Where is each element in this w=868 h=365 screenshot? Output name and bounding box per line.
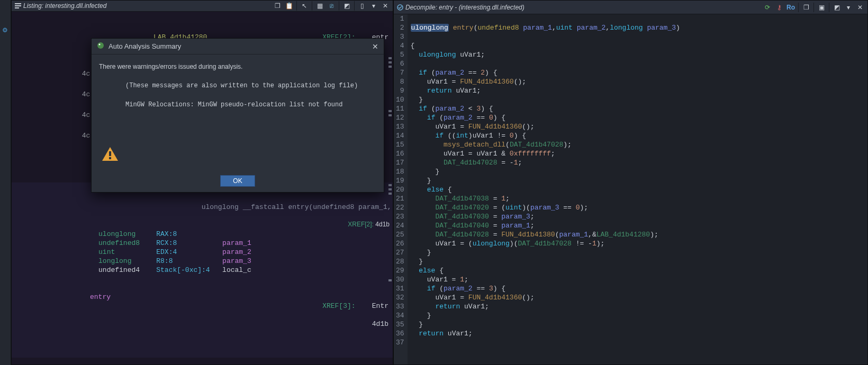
decompile-body[interactable]: 1234567891011121314151617181920212223242… <box>394 14 867 364</box>
listing-icon <box>14 2 22 10</box>
code-line[interactable]: } <box>411 311 864 320</box>
code-line[interactable]: DAT_4d1b47030 = param_3; <box>411 212 864 221</box>
code-line[interactable] <box>411 32 864 41</box>
code-line[interactable]: uVar1 = (ulonglong)(DAT_4d1b47028 != -1)… <box>411 239 864 248</box>
svg-point-4 <box>99 44 101 45</box>
code-line[interactable]: } <box>411 257 864 266</box>
code-line[interactable]: if ((int)uVar1 != 0) { <box>411 131 864 140</box>
ok-button[interactable]: OK <box>220 175 255 187</box>
listing-title: Listing: interesting.dll.infected <box>23 2 271 10</box>
refresh-icon[interactable]: ⟳ <box>762 2 773 13</box>
xref-target-3: Entr <box>372 302 388 310</box>
code-line[interactable]: } <box>411 95 864 104</box>
cursor-icon[interactable]: ↖ <box>299 1 310 11</box>
param-row: ulonglong RAX:8 <box>12 230 393 239</box>
code-line[interactable]: ulonglong entry(undefined8 param_1,uint … <box>411 23 864 32</box>
listing-pane: Listing: interesting.dll.infected ❐ 📋 ↖ … <box>11 0 393 365</box>
code-line[interactable]: return uVar1; <box>411 329 864 338</box>
code-line[interactable] <box>411 338 864 347</box>
menu-dropdown[interactable]: ▾ <box>843 2 854 13</box>
entry-label: entry <box>16 293 111 337</box>
listing-titlebar: Listing: interesting.dll.infected ❐ 📋 ↖ … <box>12 1 393 12</box>
listing-body[interactable]: LAB_4d1b41280 XREF[2]: entr 4c 4c 4c 4c … <box>12 12 393 364</box>
dialog-line-3: MinGW Relocations: MinGW pseudo-relocati… <box>99 100 376 110</box>
entry-signature: ulonglong __fastcall entry(undefined8 pa… <box>128 203 393 211</box>
dialog-line-1: There were warnings/errors issued during… <box>99 62 376 71</box>
left-gutter: ⚙ <box>0 0 11 365</box>
code-line[interactable]: } <box>411 320 864 329</box>
dialog-line-2: (These messages are also written to the … <box>99 81 376 90</box>
code-line[interactable]: DAT_4d1b47038 = 1; <box>411 194 864 203</box>
panel-icon[interactable]: ▯ <box>357 1 367 11</box>
ro-label[interactable]: Ro <box>785 2 796 13</box>
svg-rect-0 <box>15 3 21 4</box>
code-line[interactable]: { <box>411 41 864 50</box>
code-line[interactable]: else { <box>411 266 864 275</box>
svg-rect-1 <box>15 5 21 6</box>
camera-icon[interactable]: ◩ <box>341 1 352 11</box>
param-row: undefined4 Stack[-0xc]:4 local_c <box>12 266 393 275</box>
code-line[interactable]: DAT_4d1b47020 = (uint)(param_3 == 0); <box>411 203 864 212</box>
code-line[interactable]: msys_detach_dll(DAT_4d1b47028); <box>411 140 864 149</box>
code-line[interactable]: DAT_4d1b47028 = FUN_4d1b41380(param_1,&L… <box>411 230 864 239</box>
dialog-title: Auto Analysis Summary <box>108 42 372 50</box>
code-line[interactable]: else { <box>411 185 864 194</box>
decompile-icon <box>396 3 404 12</box>
decompile-pane: Decompile: entry - (interesting.dll.infe… <box>393 0 868 365</box>
xref-label-3: XREF[3]: <box>322 302 355 310</box>
svg-rect-2 <box>15 7 19 8</box>
param-row: uint EDX:4 param_2 <box>12 248 393 257</box>
code-line[interactable]: return uVar1; <box>411 302 864 311</box>
graph-icon[interactable]: ⚷ <box>774 2 784 13</box>
code-line[interactable]: ulonglong uVar1; <box>411 50 864 59</box>
param-row: undefined8 RCX:8 param_1 <box>12 239 393 248</box>
code-line[interactable]: uVar1 = 1; <box>411 275 864 284</box>
ghidra-icon <box>97 42 104 51</box>
code-line[interactable]: } <box>411 248 864 257</box>
code-line[interactable]: } <box>411 167 864 176</box>
toggle-2-icon[interactable]: ⎚ <box>326 1 337 11</box>
warning-icon <box>101 146 119 165</box>
decompile-title: Decompile: entry - (interesting.dll.infe… <box>405 4 761 11</box>
auto-analysis-dialog: Auto Analysis Summary ✕ There were warni… <box>91 38 384 193</box>
svg-rect-6 <box>109 157 111 159</box>
code-line[interactable]: return uVar1; <box>411 86 864 95</box>
svg-point-3 <box>97 42 104 49</box>
code-line[interactable] <box>411 59 864 68</box>
decompiled-code[interactable]: ulonglong entry(undefined8 param_1,uint … <box>408 14 867 364</box>
close-icon[interactable]: ✕ <box>380 1 391 11</box>
copy-icon[interactable]: ❐ <box>801 2 811 13</box>
svg-rect-5 <box>109 151 111 156</box>
code-line[interactable] <box>411 14 864 23</box>
code-line[interactable]: uVar1 = FUN_4d1b41360(); <box>411 293 864 302</box>
toggle-1-icon[interactable]: ▦ <box>314 1 325 11</box>
dialog-close-icon[interactable]: ✕ <box>372 42 378 51</box>
code-line[interactable]: uVar1 = FUN_4d1b41360(); <box>411 77 864 86</box>
copy-icon[interactable]: ❐ <box>272 1 283 11</box>
menu-dropdown[interactable]: ▾ <box>368 1 379 11</box>
decompile-titlebar: Decompile: entry - (interesting.dll.infe… <box>394 1 867 14</box>
code-line[interactable]: if (param_2 < 3) { <box>411 104 864 113</box>
code-line[interactable]: DAT_4d1b47040 = param_1; <box>411 221 864 230</box>
gear-icon[interactable]: ⚙ <box>2 26 8 34</box>
code-line[interactable]: uVar1 = uVar1 & 0xffffffff; <box>411 149 864 158</box>
code-line[interactable]: uVar1 = FUN_4d1b41360(); <box>411 122 864 131</box>
paste-icon[interactable]: 📋 <box>284 1 294 11</box>
code-line[interactable]: } <box>411 176 864 185</box>
code-line[interactable]: if (param_2 == 2) { <box>411 68 864 77</box>
code-line[interactable]: DAT_4d1b47028 = -1; <box>411 158 864 167</box>
param-row: longlong R8:8 param_3 <box>12 257 393 266</box>
line-numbers: 1234567891011121314151617181920212223242… <box>394 14 408 364</box>
code-line[interactable]: if (param_2 == 0) { <box>411 113 864 122</box>
xref-label-2: XREF[2]: <box>348 221 374 228</box>
listing-minimap[interactable] <box>387 25 393 364</box>
close-icon[interactable]: ✕ <box>855 2 865 13</box>
xref-target-3b: 4d1b <box>372 320 388 328</box>
snapshot-icon[interactable]: ◩ <box>831 2 842 13</box>
code-line[interactable]: if (param_2 == 3) { <box>411 284 864 293</box>
export-icon[interactable]: ▣ <box>816 2 827 13</box>
